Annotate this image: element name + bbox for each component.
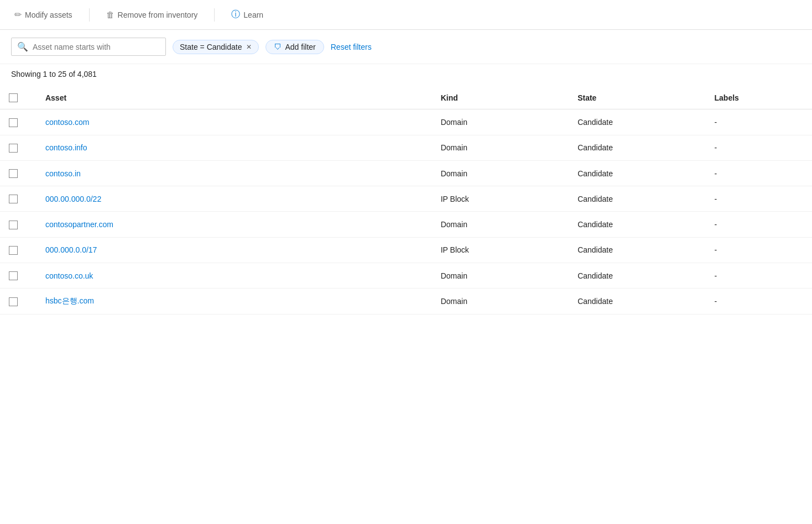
row-labels-cell: - [706,186,812,212]
asset-link[interactable]: 000.000.0.0/17 [45,245,97,254]
table-row: 000.00.000.0/22 IP Block Candidate - [0,186,812,212]
remove-label: Remove from inventory [118,11,198,19]
trash-icon [106,10,114,20]
asset-link[interactable]: contoso.info [45,143,87,152]
row-state-cell: Candidate [569,212,705,237]
row-checkbox-cell [0,289,37,315]
toolbar: Modify assets Remove from inventory Lear… [0,0,812,30]
row-checkbox-cell [0,186,37,212]
row-labels-cell: - [706,263,812,289]
row-checkbox-cell [0,160,37,186]
row-checkbox[interactable] [9,195,18,203]
search-input[interactable] [33,43,160,51]
row-kind-cell: Domain [432,160,569,186]
column-header-asset: Asset [37,86,432,109]
table-row: contoso.in Domain Candidate - [0,160,812,186]
row-checkbox-cell [0,135,37,160]
row-asset-cell: contoso.co.uk [37,263,432,289]
row-checkbox[interactable] [9,118,18,127]
row-labels-cell: - [706,212,812,237]
row-labels-cell: - [706,160,812,186]
asset-link[interactable]: contoso.co.uk [45,271,93,280]
modify-assets-label: Modify assets [25,11,72,19]
asset-link[interactable]: contoso.in [45,169,81,178]
asset-link[interactable]: contosopartner.com [45,220,113,229]
row-checkbox[interactable] [9,169,18,178]
info-icon [231,9,240,20]
row-labels-cell: - [706,135,812,160]
row-asset-cell: contosopartner.com [37,212,432,237]
row-labels-cell: - [706,237,812,263]
filter-icon: ⛉ [274,43,282,51]
table-row: contoso.com Domain Candidate - [0,109,812,135]
row-labels-cell: - [706,289,812,315]
toolbar-divider-1 [89,8,90,22]
row-checkbox-cell [0,109,37,135]
row-asset-cell: hsbc은행.com [37,289,432,315]
row-state-cell: Candidate [569,160,705,186]
row-checkbox[interactable] [9,221,18,229]
row-checkbox-cell [0,263,37,289]
asset-link[interactable]: contoso.com [45,118,89,127]
remove-from-inventory-button[interactable]: Remove from inventory [103,8,201,22]
search-icon: 🔍 [17,41,28,52]
row-checkbox[interactable] [9,144,18,153]
row-labels-cell: - [706,109,812,135]
row-checkbox-cell [0,237,37,263]
learn-label: Learn [243,11,263,19]
filter-chip-label: State = Candidate [180,43,242,51]
column-header-labels: Labels [706,86,812,109]
row-asset-cell: 000.00.000.0/22 [37,186,432,212]
row-checkbox[interactable] [9,297,18,306]
search-box: 🔍 [11,38,166,56]
table-row: contosopartner.com Domain Candidate - [0,212,812,237]
select-all-checkbox[interactable] [9,93,18,102]
filter-bar: 🔍 State = Candidate ✕ ⛉ Add filter Reset… [0,30,812,64]
row-kind-cell: IP Block [432,237,569,263]
row-kind-cell: Domain [432,263,569,289]
row-asset-cell: 000.000.0.0/17 [37,237,432,263]
asset-link[interactable]: hsbc은행.com [45,296,94,305]
row-state-cell: Candidate [569,186,705,212]
column-header-kind: Kind [432,86,569,109]
table-header-row: Asset Kind State Labels [0,86,812,109]
table-row: contoso.info Domain Candidate - [0,135,812,160]
row-state-cell: Candidate [569,237,705,263]
learn-button[interactable]: Learn [228,7,267,23]
add-filter-label: Add filter [285,43,315,51]
table-row: hsbc은행.com Domain Candidate - [0,289,812,315]
row-asset-cell: contoso.info [37,135,432,160]
asset-link[interactable]: 000.00.000.0/22 [45,195,101,203]
reset-filters-link[interactable]: Reset filters [331,43,372,51]
row-checkbox-cell [0,212,37,237]
showing-text: Showing 1 to 25 of 4,081 [0,64,812,82]
toolbar-divider-2 [214,8,215,22]
state-filter-chip: State = Candidate ✕ [173,40,259,54]
row-kind-cell: Domain [432,289,569,315]
table-row: contoso.co.uk Domain Candidate - [0,263,812,289]
row-kind-cell: Domain [432,135,569,160]
row-state-cell: Candidate [569,289,705,315]
filter-chip-close[interactable]: ✕ [246,43,252,51]
row-state-cell: Candidate [569,135,705,160]
row-kind-cell: IP Block [432,186,569,212]
pencil-icon [14,9,22,20]
add-filter-button[interactable]: ⛉ Add filter [266,40,324,54]
row-checkbox[interactable] [9,271,18,280]
row-asset-cell: contoso.in [37,160,432,186]
asset-table: Asset Kind State Labels contoso.com Doma… [0,86,812,315]
row-kind-cell: Domain [432,109,569,135]
row-checkbox[interactable] [9,246,18,255]
row-state-cell: Candidate [569,109,705,135]
table-row: 000.000.0.0/17 IP Block Candidate - [0,237,812,263]
select-all-header [0,86,37,109]
row-kind-cell: Domain [432,212,569,237]
row-asset-cell: contoso.com [37,109,432,135]
row-state-cell: Candidate [569,263,705,289]
modify-assets-button[interactable]: Modify assets [11,7,76,22]
column-header-state: State [569,86,705,109]
